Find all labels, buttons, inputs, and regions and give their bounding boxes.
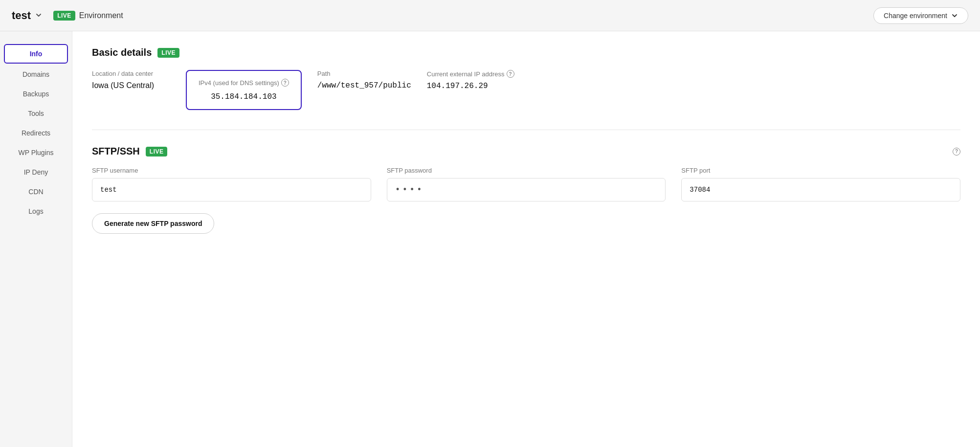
location-value: Iowa (US Central) (92, 81, 170, 90)
sftp-username-label: SFTP username (92, 167, 371, 174)
location-cell: Location / data center Iowa (US Central) (92, 70, 170, 90)
basic-details-grid: Location / data center Iowa (US Central)… (92, 70, 960, 110)
basic-details-header: Basic details LIVE (92, 47, 960, 58)
sftp-port-group: SFTP port 37084 (681, 167, 960, 201)
sftp-title: SFTP/SSH (92, 146, 140, 157)
external-ip-help-icon[interactable]: ? (507, 70, 514, 78)
ipv4-cell: IPv4 (used for DNS settings) ? 35.184.18… (186, 70, 302, 110)
sftp-title-row: SFTP/SSH LIVE (92, 146, 171, 157)
main-content: Basic details LIVE Location / data cente… (72, 31, 980, 447)
external-ip-value: 104.197.26.29 (427, 82, 514, 90)
section-divider (92, 130, 960, 130)
ipv4-help-icon[interactable]: ? (281, 79, 289, 87)
basic-details-title: Basic details (92, 47, 152, 58)
sftp-section: SFTP/SSH LIVE ? SFTP username test SFTP … (92, 146, 960, 234)
change-env-label: Change environment (884, 12, 947, 20)
sidebar-item-cdn-label: CDN (28, 188, 43, 196)
external-ip-label: Current external IP address ? (427, 70, 514, 78)
sidebar-item-logs-label: Logs (28, 207, 43, 215)
sidebar-item-domains-label: Domains (22, 70, 49, 78)
sidebar-item-wp-plugins-label: WP Plugins (18, 149, 53, 156)
sidebar-item-info-label: Info (30, 50, 43, 58)
sftp-password-dots: •••• (395, 185, 424, 195)
ipv4-value: 35.184.184.103 (211, 92, 276, 101)
header-environment-label: Environment (79, 11, 123, 20)
sidebar-item-backups[interactable]: Backups (4, 85, 68, 103)
app-title: test (12, 9, 31, 22)
generate-sftp-password-button[interactable]: Generate new SFTP password (92, 213, 214, 234)
sidebar-item-logs[interactable]: Logs (4, 202, 68, 220)
sidebar-item-redirects[interactable]: Redirects (4, 124, 68, 142)
generate-sftp-label: Generate new SFTP password (104, 220, 202, 227)
header-live-badge: LIVE (53, 11, 75, 21)
app-chevron-icon[interactable] (35, 11, 44, 20)
sftp-password-value: •••• (387, 178, 666, 201)
sidebar-item-info[interactable]: Info (4, 44, 68, 64)
path-label: Path (317, 70, 411, 77)
sidebar-item-ip-deny-label: IP Deny (24, 168, 48, 176)
external-ip-cell: Current external IP address ? 104.197.26… (427, 70, 514, 90)
ipv4-label: IPv4 (used for DNS settings) ? (199, 79, 289, 87)
path-cell: Path /www/test_957/public (317, 70, 411, 90)
path-value: /www/test_957/public (317, 81, 411, 90)
sftp-username-value: test (92, 178, 371, 201)
sidebar-item-ip-deny[interactable]: IP Deny (4, 163, 68, 181)
sftp-help-icon[interactable]: ? (953, 148, 960, 156)
sftp-header: SFTP/SSH LIVE ? (92, 146, 960, 157)
main-layout: Info Domains Backups Tools Redirects WP … (0, 31, 980, 447)
basic-details-section: Basic details LIVE Location / data cente… (92, 47, 960, 110)
sidebar: Info Domains Backups Tools Redirects WP … (0, 31, 72, 447)
sidebar-item-domains[interactable]: Domains (4, 66, 68, 83)
sidebar-item-backups-label: Backups (23, 90, 49, 98)
sidebar-item-cdn[interactable]: CDN (4, 183, 68, 201)
sftp-fields-grid: SFTP username test SFTP password •••• SF… (92, 167, 960, 201)
change-environment-button[interactable]: Change environment (873, 7, 968, 24)
sftp-password-label: SFTP password (387, 167, 666, 174)
sftp-port-label: SFTP port (681, 167, 960, 174)
sidebar-item-tools-label: Tools (28, 110, 44, 117)
sftp-password-group: SFTP password •••• (387, 167, 666, 201)
location-label: Location / data center (92, 70, 170, 77)
basic-details-live-badge: LIVE (157, 48, 179, 58)
sftp-port-value: 37084 (681, 178, 960, 201)
sidebar-item-redirects-label: Redirects (22, 129, 50, 137)
top-header: test LIVE Environment Change environment (0, 0, 980, 31)
sftp-username-group: SFTP username test (92, 167, 371, 201)
sidebar-item-tools[interactable]: Tools (4, 105, 68, 122)
sftp-live-badge: LIVE (146, 147, 168, 156)
sidebar-item-wp-plugins[interactable]: WP Plugins (4, 144, 68, 161)
